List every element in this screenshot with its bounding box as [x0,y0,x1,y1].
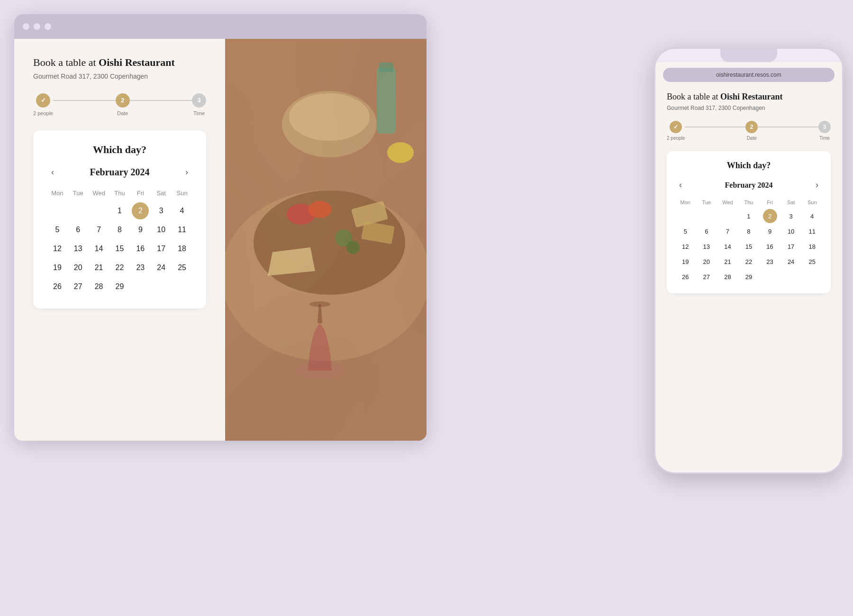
mobile-cal-header-tue: Tue [697,199,717,208]
desktop-cal-day-4[interactable]: 4 [173,202,191,219]
desktop-cal-day-7[interactable]: 7 [91,221,108,238]
mobile-cal-day-26[interactable]: 26 [678,270,692,284]
mobile-cal-day-27[interactable]: 27 [699,270,714,284]
desktop-titlebar [14,14,426,39]
desktop-cal-day-27[interactable]: 27 [70,278,87,295]
desktop-cal-day-2[interactable]: 2 [132,202,149,219]
desktop-cal-day-8[interactable]: 8 [111,221,128,238]
mobile-cal-day-6[interactable]: 6 [699,224,714,238]
mobile-step-1-circle: ✓ [670,121,682,133]
mobile-step-line-1 [685,127,745,127]
desktop-cal-month: February 2024 [90,167,149,178]
mobile-cal-day-25[interactable]: 25 [805,254,819,269]
desktop-cal-day-17[interactable]: 17 [153,240,170,257]
mobile-cal-day-16[interactable]: 16 [763,239,777,254]
mobile-cal-grid: MonTueWedThuFriSatSun1234567891011121314… [675,199,822,284]
mobile-cal-header-fri: Fri [760,199,780,208]
mobile-notch [720,49,777,62]
mobile-cal-day-9[interactable]: 9 [763,224,777,238]
mobile-cal-day-18[interactable]: 18 [805,239,819,254]
desktop-cal-header-sun: Sun [172,188,192,200]
desktop-cal-day-14[interactable]: 14 [91,240,108,257]
step-2-circle: 2 [116,93,130,108]
mobile-cal-day-3[interactable]: 3 [784,209,798,223]
mobile-cal-day-5[interactable]: 5 [678,224,692,238]
mobile-url-bar: oishirestaurant.resos.com [663,68,835,82]
mobile-cal-header-mon: Mon [675,199,696,208]
desktop-cal-day-10[interactable]: 10 [153,221,170,238]
step-2-label: Date [117,110,128,116]
mobile-cal-day-21[interactable]: 21 [720,254,735,269]
desktop-cal-day-18[interactable]: 18 [173,240,191,257]
desktop-cal-header-mon: Mon [47,188,67,200]
desktop-cal-day-22[interactable]: 22 [111,259,128,276]
desktop-cal-day-21[interactable]: 21 [91,259,108,276]
mobile-cal-day-14[interactable]: 14 [720,239,735,254]
desktop-cal-grid: MonTueWedThuFriSatSun1234567891011121314… [47,188,192,295]
desktop-cal-day-16[interactable]: 16 [132,240,149,257]
desktop-cal-day-23[interactable]: 23 [132,259,149,276]
desktop-booking-panel: Book a table at Oishi Restaurant Gourmet… [14,39,225,441]
desktop-cal-day-9[interactable]: 9 [132,221,149,238]
desktop-cal-day-25[interactable]: 25 [173,259,191,276]
desktop-cal-day-26[interactable]: 26 [49,278,66,295]
food-photo [225,39,426,441]
mobile-cal-header-wed: Wed [717,199,738,208]
svg-point-16 [387,142,414,163]
mobile-cal-day-13[interactable]: 13 [699,239,714,254]
desktop-cal-header-sat: Sat [151,188,171,200]
mobile-cal-day-8[interactable]: 8 [742,224,756,238]
mobile-cal-day-17[interactable]: 17 [784,239,798,254]
desktop-cal-day-15[interactable]: 15 [111,240,128,257]
desktop-cal-day-13[interactable]: 13 [70,240,87,257]
mobile-cal-day-10[interactable]: 10 [784,224,798,238]
desktop-cal-day-24[interactable]: 24 [153,259,170,276]
mobile-cal-day-1[interactable]: 1 [742,209,756,223]
desktop-cal-day-11[interactable]: 11 [173,221,191,238]
desktop-cal-day-28[interactable]: 28 [91,278,108,295]
mobile-cal-day-29[interactable]: 29 [742,270,756,284]
desktop-cal-day-5[interactable]: 5 [49,221,66,238]
desktop-booking-title: Book a table at Oishi Restaurant [33,56,206,70]
mobile-cal-day-12[interactable]: 12 [678,239,692,254]
mobile-next-month-button[interactable]: › [812,178,822,192]
desktop-next-month-button[interactable]: › [181,165,192,179]
desktop-which-day: Which day? [47,144,192,156]
svg-point-6 [289,93,370,141]
mobile-cal-day-19[interactable]: 19 [678,254,692,269]
traffic-light-green [45,23,51,30]
mobile-cal-day-11[interactable]: 11 [805,224,819,238]
desktop-cal-day-3[interactable]: 3 [153,202,170,219]
mobile-cal-day-4[interactable]: 4 [805,209,819,223]
svg-point-3 [309,301,330,307]
step-1-circle: ✓ [36,93,50,108]
desktop-cal-day-19[interactable]: 19 [49,259,66,276]
desktop-cal-day-12[interactable]: 12 [49,240,66,257]
mobile-step-2-label: Date [747,136,757,141]
mobile-cal-day-28[interactable]: 28 [720,270,735,284]
mobile-cal-day-7[interactable]: 7 [720,224,735,238]
mobile-step-2: 2 Date [745,121,758,141]
desktop-cal-day-1[interactable]: 1 [111,202,128,219]
desktop-cal-header-wed: Wed [89,188,109,200]
mobile-cal-day-20[interactable]: 20 [699,254,714,269]
desktop-cal-day-6[interactable]: 6 [70,221,87,238]
desktop-cal-day-29[interactable]: 29 [111,278,128,295]
mobile-step-2-circle: 2 [745,121,758,133]
mobile-cal-day-23[interactable]: 23 [763,254,777,269]
mobile-steps: ✓ 2 people 2 Date 3 Time [667,121,831,141]
mobile-step-line-2 [758,127,818,127]
mobile-cal-header-sun: Sun [802,199,822,208]
mobile-cal-day-22[interactable]: 22 [742,254,756,269]
desktop-calendar-card: Which day? ‹ February 2024 › MonTueWedTh… [33,130,206,308]
mobile-calendar-nav: ‹ February 2024 › [675,178,822,192]
svg-rect-8 [379,63,393,72]
desktop-cal-day-20[interactable]: 20 [70,259,87,276]
mobile-calendar-card: Which day? ‹ February 2024 › MonTueWedTh… [667,151,831,293]
mobile-cal-day-24[interactable]: 24 [784,254,798,269]
mobile-cal-day-15[interactable]: 15 [742,239,756,254]
desktop-prev-month-button[interactable]: ‹ [47,165,58,179]
desktop-calendar-nav: ‹ February 2024 › [47,165,192,179]
mobile-cal-day-2[interactable]: 2 [763,209,777,223]
mobile-prev-month-button[interactable]: ‹ [675,178,686,192]
